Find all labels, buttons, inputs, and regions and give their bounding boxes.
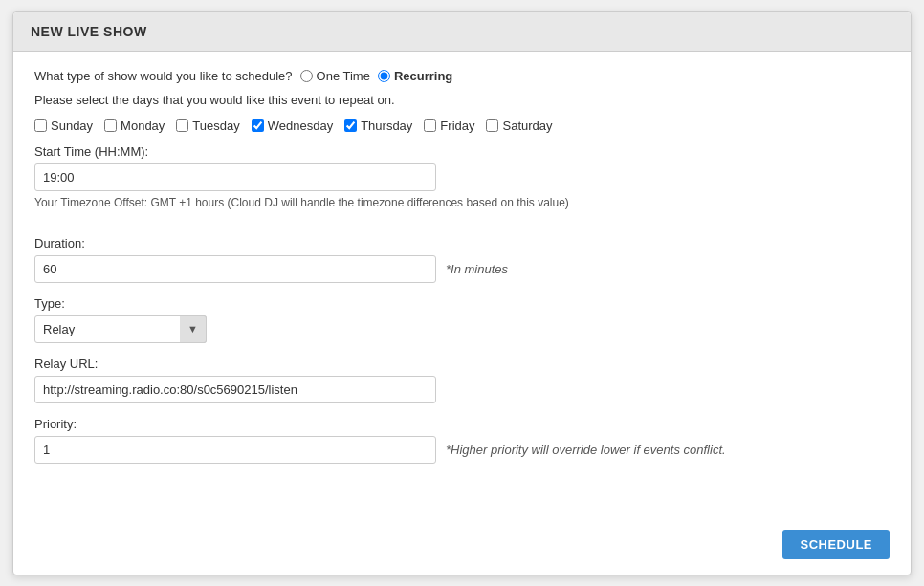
duration-row: In minutes: [34, 255, 890, 283]
recurring-radio[interactable]: [378, 70, 390, 82]
schedule-button[interactable]: SCHEDULE: [782, 530, 890, 559]
duration-input[interactable]: [34, 255, 436, 283]
monday-label: Monday: [121, 119, 165, 133]
start-time-label: Start Time (HH:MM):: [34, 144, 890, 159]
sunday-label: Sunday: [51, 119, 93, 133]
day-thursday[interactable]: Thursday: [344, 119, 412, 133]
thursday-label: Thursday: [361, 119, 412, 133]
saturday-label: Saturday: [502, 119, 552, 133]
sunday-checkbox[interactable]: [34, 119, 47, 132]
modal-footer: SCHEDULE: [13, 520, 911, 575]
priority-section: Priority: Higher priority will override …: [34, 417, 890, 464]
recurring-label: Recurring: [394, 69, 452, 83]
modal-header: NEW LIVE SHOW: [13, 12, 911, 52]
type-select-wrapper: Relay Live Auto DJ ▼: [34, 315, 207, 343]
recurring-option[interactable]: Recurring: [378, 69, 452, 83]
day-wednesday[interactable]: Wednesday: [252, 119, 333, 133]
show-type-question: What type of show would you like to sche…: [34, 69, 293, 83]
relay-url-input[interactable]: [34, 376, 436, 403]
in-minutes-label: In minutes: [446, 262, 508, 276]
priority-input[interactable]: [34, 436, 436, 464]
day-friday[interactable]: Friday: [424, 119, 474, 133]
duration-label: Duration:: [34, 236, 890, 250]
day-sunday[interactable]: Sunday: [34, 119, 93, 133]
days-row: Sunday Monday Tuesday Wednesday Thursday…: [34, 119, 890, 133]
monday-checkbox[interactable]: [104, 119, 117, 132]
type-select[interactable]: Relay Live Auto DJ: [34, 315, 207, 343]
wednesday-label: Wednesday: [268, 119, 333, 133]
timezone-note: Your Timezone Offset: GMT +1 hours (Clou…: [34, 196, 890, 209]
repeat-description: Please select the days that you would li…: [34, 93, 890, 107]
one-time-label: One Time: [317, 69, 370, 83]
priority-row: Higher priority will override lower if e…: [34, 436, 890, 464]
relay-url-label: Relay URL:: [34, 357, 890, 371]
modal-title: NEW LIVE SHOW: [31, 24, 893, 39]
one-time-radio[interactable]: [300, 70, 313, 82]
day-tuesday[interactable]: Tuesday: [176, 119, 239, 133]
relay-url-section: Relay URL:: [34, 357, 890, 403]
start-time-input[interactable]: [34, 163, 436, 191]
tuesday-checkbox[interactable]: [176, 119, 188, 132]
priority-note: Higher priority will override lower if e…: [446, 443, 726, 457]
show-type-row: What type of show would you like to sche…: [34, 69, 890, 83]
priority-label: Priority:: [34, 417, 890, 431]
day-monday[interactable]: Monday: [104, 119, 165, 133]
wednesday-checkbox[interactable]: [252, 119, 264, 132]
new-live-show-modal: NEW LIVE SHOW What type of show would yo…: [12, 11, 912, 575]
start-time-section: Start Time (HH:MM): Your Timezone Offset…: [34, 144, 890, 223]
friday-checkbox[interactable]: [424, 119, 436, 132]
duration-section: Duration: In minutes: [34, 236, 890, 283]
type-section: Type: Relay Live Auto DJ ▼: [34, 296, 890, 343]
saturday-checkbox[interactable]: [486, 119, 498, 132]
one-time-option[interactable]: One Time: [300, 69, 370, 83]
friday-label: Friday: [440, 119, 474, 133]
day-saturday[interactable]: Saturday: [486, 119, 552, 133]
modal-body: What type of show would you like to sche…: [13, 52, 911, 520]
tuesday-label: Tuesday: [192, 119, 239, 133]
thursday-checkbox[interactable]: [344, 119, 357, 132]
type-label: Type:: [34, 296, 890, 311]
